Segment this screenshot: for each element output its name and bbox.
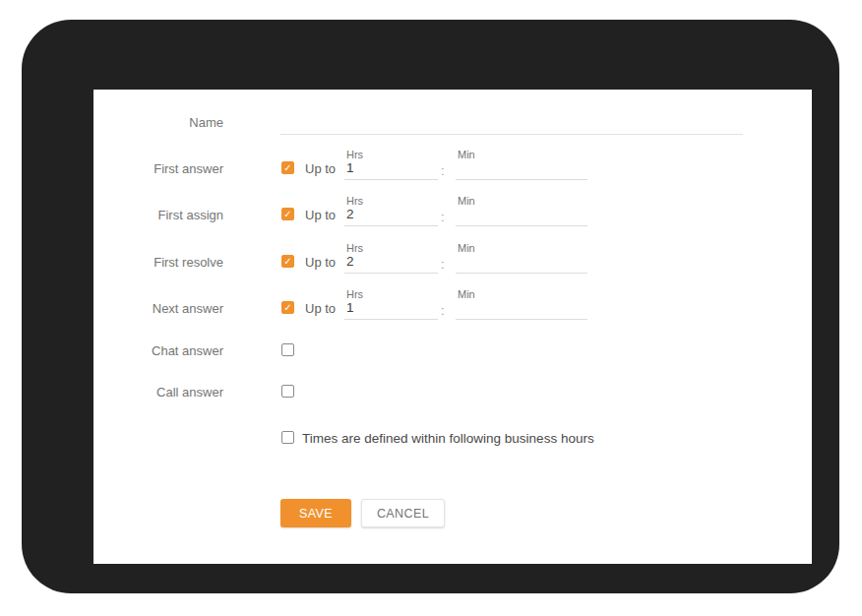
row-label: Call answer [93, 385, 223, 400]
row-label: First resolve [93, 255, 223, 270]
up-to-label: Up to [305, 255, 336, 270]
chat-answer-checkbox[interactable]: ✓ [281, 343, 294, 356]
first-answer-hrs-input[interactable] [344, 158, 438, 180]
cancel-button[interactable]: CANCEL [361, 499, 445, 527]
first-assign-checkbox[interactable]: ✓ [281, 208, 294, 220]
up-to-label: Up to [305, 208, 336, 222]
business-hours-row: ✓ Times are defined within following bus… [93, 412, 812, 463]
row-label: Next answer [93, 301, 223, 316]
first-assign-hrs-input[interactable] [344, 205, 438, 226]
colon-separator: : [441, 257, 445, 272]
business-hours-checkbox[interactable]: ✓ [281, 431, 294, 444]
row-label: First assign [93, 208, 223, 222]
next-answer-min-input[interactable] [456, 298, 587, 320]
hrs-field: Hrs [344, 143, 438, 194]
checkmark-icon: ✓ [282, 302, 293, 313]
sla-form-panel: Name First answer ✓ Up to Hrs : Min Firs… [93, 90, 812, 564]
row-label: First answer [93, 161, 223, 176]
first-assign-min-input[interactable] [456, 205, 587, 226]
colon-separator: : [441, 303, 445, 318]
colon-separator: : [441, 210, 445, 224]
next-answer-checkbox[interactable]: ✓ [281, 301, 294, 314]
first-resolve-checkbox[interactable]: ✓ [281, 255, 294, 268]
device-frame: Name First answer ✓ Up to Hrs : Min Firs… [22, 20, 839, 593]
checkmark-icon: ✓ [282, 256, 293, 267]
hrs-field: Hrs [344, 236, 438, 287]
save-button[interactable]: SAVE [280, 499, 351, 527]
sla-row-first-assign: First assign ✓ Up to Hrs : Min [93, 189, 812, 240]
checkmark-icon: ✓ [282, 209, 293, 219]
name-label: Name [93, 115, 223, 130]
sla-row-call-answer: Call answer ✓ [93, 366, 812, 417]
first-resolve-hrs-input[interactable] [344, 252, 438, 274]
first-answer-checkbox[interactable]: ✓ [281, 161, 294, 174]
sla-row-first-resolve: First resolve ✓ Up to Hrs : Min [93, 236, 812, 287]
next-answer-hrs-input[interactable] [344, 298, 438, 320]
row-label: Chat answer [93, 343, 223, 358]
min-field: Min [456, 143, 587, 194]
min-field: Min [456, 236, 587, 287]
up-to-label: Up to [305, 301, 336, 316]
first-answer-min-input[interactable] [456, 158, 587, 180]
business-hours-label: Times are defined within following busin… [302, 431, 594, 446]
first-resolve-min-input[interactable] [456, 252, 587, 274]
sla-row-first-answer: First answer ✓ Up to Hrs : Min [93, 143, 812, 194]
colon-separator: : [441, 163, 445, 178]
hrs-field: Hrs [344, 189, 438, 240]
name-input[interactable] [280, 113, 743, 135]
checkmark-icon: ✓ [282, 162, 293, 173]
call-answer-checkbox[interactable]: ✓ [281, 385, 294, 398]
min-field: Min [456, 189, 587, 240]
up-to-label: Up to [305, 161, 336, 176]
